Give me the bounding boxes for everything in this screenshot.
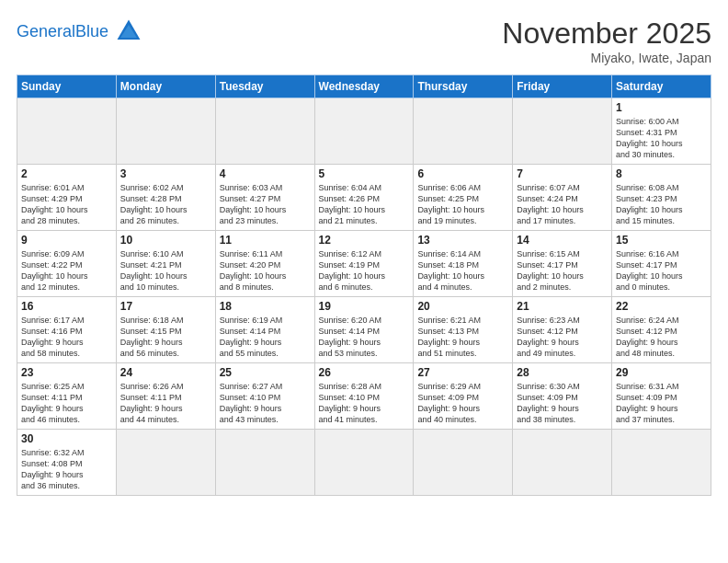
day-info: Sunrise: 6:29 AM Sunset: 4:09 PM Dayligh… [417,381,508,426]
day-info: Sunrise: 6:32 AM Sunset: 4:08 PM Dayligh… [21,447,112,492]
day-info: Sunrise: 6:25 AM Sunset: 4:11 PM Dayligh… [21,381,112,426]
calendar-cell: 8Sunrise: 6:08 AM Sunset: 4:23 PM Daylig… [612,165,711,231]
day-info: Sunrise: 6:31 AM Sunset: 4:09 PM Dayligh… [616,381,707,426]
calendar-cell: 25Sunrise: 6:27 AM Sunset: 4:10 PM Dayli… [215,363,314,430]
logo: GeneralBlue [17,17,143,46]
calendar-cell: 10Sunrise: 6:10 AM Sunset: 4:21 PM Dayli… [116,231,215,297]
day-number: 27 [417,366,508,379]
day-number: 20 [417,300,508,313]
day-number: 2 [21,167,112,180]
calendar-cell: 12Sunrise: 6:12 AM Sunset: 4:19 PM Dayli… [314,231,414,297]
header: GeneralBlue November 2025 Miyako, Iwate,… [17,17,711,65]
day-info: Sunrise: 6:21 AM Sunset: 4:13 PM Dayligh… [417,315,508,360]
day-number: 3 [120,167,211,180]
calendar-cell: 5Sunrise: 6:04 AM Sunset: 4:26 PM Daylig… [314,165,414,231]
day-number: 23 [21,366,112,379]
day-number: 11 [220,234,311,247]
day-info: Sunrise: 6:10 AM Sunset: 4:21 PM Dayligh… [120,248,211,293]
calendar-cell: 18Sunrise: 6:19 AM Sunset: 4:14 PM Dayli… [215,297,314,363]
day-info: Sunrise: 6:00 AM Sunset: 4:31 PM Dayligh… [616,116,707,161]
calendar-cell: 7Sunrise: 6:07 AM Sunset: 4:24 PM Daylig… [513,165,612,231]
calendar-cell [414,98,513,165]
day-info: Sunrise: 6:08 AM Sunset: 4:23 PM Dayligh… [616,182,707,227]
calendar-cell: 21Sunrise: 6:23 AM Sunset: 4:12 PM Dayli… [513,297,612,363]
day-number: 28 [517,366,608,379]
weekday-header-row: SundayMondayTuesdayWednesdayThursdayFrid… [17,75,711,98]
calendar-cell: 3Sunrise: 6:02 AM Sunset: 4:28 PM Daylig… [116,165,215,231]
day-number: 6 [417,167,508,180]
day-number: 13 [417,234,508,247]
calendar-cell [612,430,711,496]
month-title: November 2025 [502,17,711,51]
day-info: Sunrise: 6:30 AM Sunset: 4:09 PM Dayligh… [517,381,608,426]
calendar-cell: 29Sunrise: 6:31 AM Sunset: 4:09 PM Dayli… [612,363,711,430]
calendar-cell: 17Sunrise: 6:18 AM Sunset: 4:15 PM Dayli… [116,297,215,363]
day-info: Sunrise: 6:23 AM Sunset: 4:12 PM Dayligh… [517,315,608,360]
calendar-cell: 13Sunrise: 6:14 AM Sunset: 4:18 PM Dayli… [414,231,513,297]
weekday-header-monday: Monday [116,75,215,98]
day-number: 18 [220,300,311,313]
day-number: 15 [616,234,707,247]
weekday-header-tuesday: Tuesday [215,75,314,98]
day-info: Sunrise: 6:03 AM Sunset: 4:27 PM Dayligh… [220,182,311,227]
day-info: Sunrise: 6:28 AM Sunset: 4:10 PM Dayligh… [319,381,410,426]
day-info: Sunrise: 6:11 AM Sunset: 4:20 PM Dayligh… [220,248,311,293]
day-number: 4 [220,167,311,180]
day-info: Sunrise: 6:27 AM Sunset: 4:10 PM Dayligh… [220,381,311,426]
day-number: 30 [21,432,112,445]
calendar-cell [116,430,215,496]
calendar-cell: 20Sunrise: 6:21 AM Sunset: 4:13 PM Dayli… [414,297,513,363]
day-number: 21 [517,300,608,313]
day-number: 16 [21,300,112,313]
calendar-cell [17,98,117,165]
day-info: Sunrise: 6:18 AM Sunset: 4:15 PM Dayligh… [120,315,211,360]
day-number: 10 [120,234,211,247]
weekday-header-sunday: Sunday [17,75,117,98]
calendar: SundayMondayTuesdayWednesdayThursdayFrid… [17,75,711,496]
calendar-cell: 15Sunrise: 6:16 AM Sunset: 4:17 PM Dayli… [612,231,711,297]
day-number: 7 [517,167,608,180]
weekday-header-wednesday: Wednesday [314,75,414,98]
day-number: 19 [319,300,410,313]
calendar-cell: 11Sunrise: 6:11 AM Sunset: 4:20 PM Dayli… [215,231,314,297]
day-info: Sunrise: 6:15 AM Sunset: 4:17 PM Dayligh… [517,248,608,293]
week-row-5: 30Sunrise: 6:32 AM Sunset: 4:08 PM Dayli… [17,430,711,496]
calendar-cell: 30Sunrise: 6:32 AM Sunset: 4:08 PM Dayli… [17,430,117,496]
week-row-4: 23Sunrise: 6:25 AM Sunset: 4:11 PM Dayli… [17,363,711,430]
day-info: Sunrise: 6:09 AM Sunset: 4:22 PM Dayligh… [21,248,112,293]
calendar-cell: 6Sunrise: 6:06 AM Sunset: 4:25 PM Daylig… [414,165,513,231]
day-number: 1 [616,101,707,114]
day-number: 17 [120,300,211,313]
calendar-cell: 24Sunrise: 6:26 AM Sunset: 4:11 PM Dayli… [116,363,215,430]
day-number: 9 [21,234,112,247]
calendar-cell: 4Sunrise: 6:03 AM Sunset: 4:27 PM Daylig… [215,165,314,231]
week-row-0: 1Sunrise: 6:00 AM Sunset: 4:31 PM Daylig… [17,98,711,165]
week-row-3: 16Sunrise: 6:17 AM Sunset: 4:16 PM Dayli… [17,297,711,363]
calendar-cell: 23Sunrise: 6:25 AM Sunset: 4:11 PM Dayli… [17,363,117,430]
day-number: 8 [616,167,707,180]
title-block: November 2025 Miyako, Iwate, Japan [502,17,711,65]
calendar-cell: 2Sunrise: 6:01 AM Sunset: 4:29 PM Daylig… [17,165,117,231]
logo-icon [114,17,143,46]
calendar-cell [116,98,215,165]
day-info: Sunrise: 6:04 AM Sunset: 4:26 PM Dayligh… [319,182,410,227]
calendar-cell: 19Sunrise: 6:20 AM Sunset: 4:14 PM Dayli… [314,297,414,363]
day-number: 25 [220,366,311,379]
day-number: 26 [319,366,410,379]
calendar-cell: 26Sunrise: 6:28 AM Sunset: 4:10 PM Dayli… [314,363,414,430]
calendar-cell: 14Sunrise: 6:15 AM Sunset: 4:17 PM Dayli… [513,231,612,297]
calendar-cell: 28Sunrise: 6:30 AM Sunset: 4:09 PM Dayli… [513,363,612,430]
day-info: Sunrise: 6:26 AM Sunset: 4:11 PM Dayligh… [120,381,211,426]
weekday-header-friday: Friday [513,75,612,98]
location: Miyako, Iwate, Japan [502,51,711,65]
calendar-cell [314,430,414,496]
calendar-cell: 1Sunrise: 6:00 AM Sunset: 4:31 PM Daylig… [612,98,711,165]
day-number: 5 [319,167,410,180]
calendar-cell: 16Sunrise: 6:17 AM Sunset: 4:16 PM Dayli… [17,297,117,363]
day-info: Sunrise: 6:17 AM Sunset: 4:16 PM Dayligh… [21,315,112,360]
day-info: Sunrise: 6:01 AM Sunset: 4:29 PM Dayligh… [21,182,112,227]
calendar-cell [513,430,612,496]
weekday-header-thursday: Thursday [414,75,513,98]
weekday-header-saturday: Saturday [612,75,711,98]
calendar-cell: 9Sunrise: 6:09 AM Sunset: 4:22 PM Daylig… [17,231,117,297]
